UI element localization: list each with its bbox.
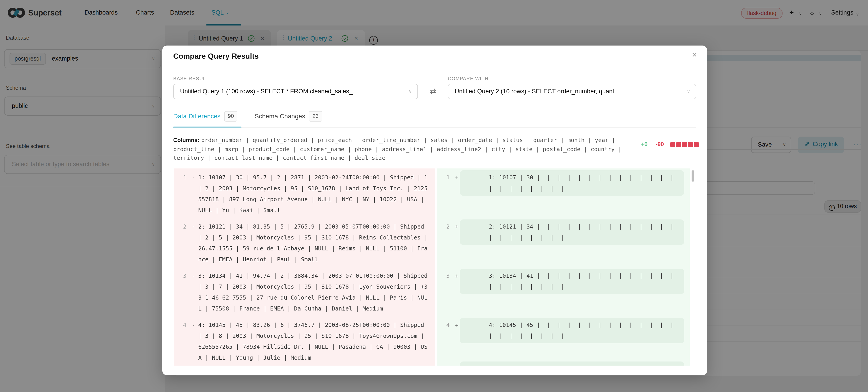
diff-row-removed: 4 - 4: 10145 | 45 | 83.26 | 6 | 3746.7 |… — [174, 319, 435, 366]
diff-row-added: 4 + 4: 10145 | 45 | | | | | | | | | | | … — [437, 319, 690, 366]
diff-pane-added: 1 + 1: 10107 | 30 | | | | | | | | | | | … — [437, 168, 690, 366]
added-count: +0 — [641, 141, 648, 147]
compare-query-results-modal: Compare Query Results × BASE RESULT Unti… — [162, 46, 707, 375]
diff-viewer[interactable]: 1 - 1: 10107 | 30 | 95.7 | 2 | 2871 | 20… — [173, 168, 696, 366]
count-badge: 23 — [309, 111, 322, 121]
diff-row-added: 3 + 3: 10134 | 41 | | | | | | | | | | | … — [437, 271, 690, 319]
scrollbar-thumb[interactable] — [691, 170, 694, 181]
swap-icon: ⇄ — [430, 86, 436, 96]
columns-label: Columns: — [173, 137, 199, 143]
added-highlight-block: 2: 10121 | 34 | | | | | | | | | | | | | … — [460, 220, 684, 245]
app: Superset Dashboards Charts Datasets SQL∨… — [0, 0, 868, 392]
chevron-down-icon: ∨ — [687, 84, 690, 99]
diff-row-removed: 3 - 3: 10134 | 41 | 94.74 | 2 | 3884.34 … — [174, 271, 435, 319]
added-highlight-block: 3: 10134 | 41 | | | | | | | | | | | | | … — [460, 269, 684, 294]
columns-summary: Columns:order_number | quantity_ordered … — [173, 136, 643, 162]
compare-with-select[interactable]: Untitled Query 2 (10 rows) - SELECT orde… — [448, 84, 696, 99]
base-result-select[interactable]: Untitled Query 1 (100 rows) - SELECT * F… — [173, 84, 418, 99]
chevron-down-icon: ∨ — [408, 84, 412, 99]
added-highlight-block: 4: 10145 | 45 | | | | | | | | | | | | | … — [460, 318, 684, 343]
close-icon[interactable]: × — [692, 50, 697, 60]
removed-count: -90 — [656, 141, 664, 147]
base-result-label: BASE RESULT — [173, 76, 209, 81]
compare-with-label: COMPARE WITH — [448, 76, 489, 81]
added-highlight-block: 1: 10107 | 30 | | | | | | | | | | | | | … — [460, 170, 684, 196]
added-highlight-block-partial — [460, 362, 684, 366]
modal-title: Compare Query Results — [173, 52, 259, 60]
diff-row-added: 2 + 2: 10121 | 34 | | | | | | | | | | | … — [437, 221, 690, 271]
tab-data-differences[interactable]: Data Differences90 — [173, 110, 238, 125]
diff-row-removed: 1 - 1: 10107 | 30 | 95.7 | 2 | 2871 | 20… — [174, 172, 435, 221]
tab-schema-changes[interactable]: Schema Changes23 — [255, 110, 322, 125]
diff-stat-blocks-icon — [670, 142, 699, 147]
diff-pane-removed: 1 - 1: 10107 | 30 | 95.7 | 2 | 2871 | 20… — [174, 168, 435, 366]
diff-row-added: 1 + 1: 10107 | 30 | | | | | | | | | | | … — [437, 172, 690, 221]
count-badge: 90 — [224, 111, 238, 121]
diff-scrollbar[interactable] — [691, 169, 694, 365]
screen: Superset Dashboards Charts Datasets SQL∨… — [0, 0, 868, 392]
columns-list: order_number | quantity_ordered | price_… — [173, 137, 622, 161]
base-result-value: Untitled Query 1 (100 rows) - SELECT * F… — [180, 84, 358, 99]
compare-with-value: Untitled Query 2 (10 rows) - SELECT orde… — [455, 84, 619, 99]
diff-row-removed: 2 - 2: 10121 | 34 | 81.35 | 5 | 2765.9 |… — [174, 221, 435, 271]
tabs-border — [173, 128, 696, 128]
